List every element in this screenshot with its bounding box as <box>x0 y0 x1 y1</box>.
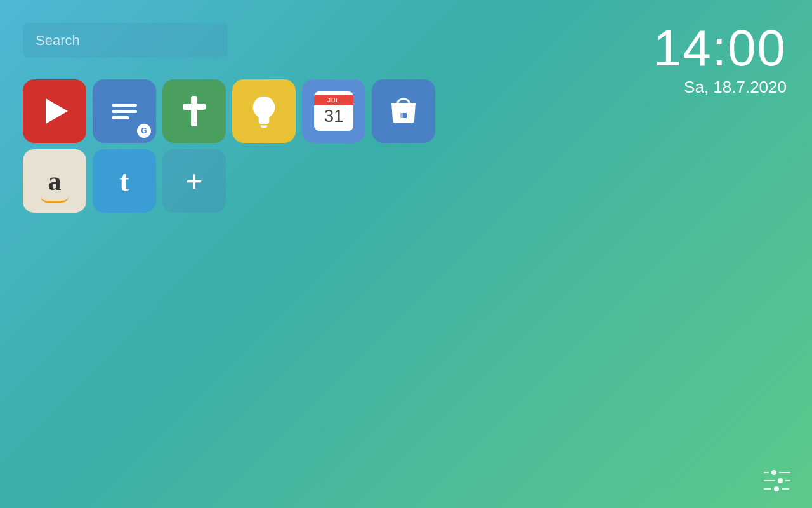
slider-line <box>785 480 790 481</box>
youtube-play-icon <box>46 98 68 124</box>
slider-row-2 <box>764 478 790 483</box>
calendar-day: 31 <box>324 105 343 127</box>
bitbucket-icon <box>386 94 421 128</box>
clock-area: 14:00 Sa, 18.7.2020 <box>653 23 787 97</box>
search-input[interactable] <box>23 23 228 58</box>
settings-button[interactable] <box>760 466 794 495</box>
app-grid: G JUL 31 a <box>23 79 435 213</box>
add-icon: + <box>186 166 203 196</box>
slider-line <box>782 488 789 490</box>
app-tumblr[interactable]: t <box>93 149 156 213</box>
slider-knob <box>778 478 783 483</box>
amazon-smile-icon <box>41 196 69 203</box>
app-keep[interactable] <box>232 79 296 143</box>
clock-time: 14:00 <box>653 23 787 74</box>
slider-row-1 <box>764 470 790 475</box>
amazon-a-icon: a <box>48 166 62 196</box>
app-bitbucket[interactable] <box>372 79 435 143</box>
clock-date: Sa, 18.7.2020 <box>653 77 787 97</box>
slider-knob <box>771 470 776 475</box>
search-bar[interactable] <box>23 23 228 58</box>
app-faith[interactable] <box>162 79 226 143</box>
tumblr-t-icon: t <box>119 164 129 198</box>
app-calendar[interactable]: JUL 31 <box>302 79 365 143</box>
slider-line <box>779 472 790 473</box>
slider-line <box>764 472 769 473</box>
app-amazon[interactable]: a <box>23 149 86 213</box>
app-youtube[interactable] <box>23 79 86 143</box>
app-docs[interactable]: G <box>93 79 156 143</box>
slider-line <box>764 488 771 490</box>
google-badge: G <box>137 124 151 138</box>
lightbulb-icon <box>248 94 280 129</box>
slider-line <box>764 480 775 481</box>
docs-lines-icon <box>112 104 137 119</box>
slider-knob <box>774 486 779 491</box>
calendar-icon: JUL 31 <box>314 91 353 131</box>
app-add[interactable]: + <box>162 149 226 213</box>
slider-row-3 <box>764 486 790 491</box>
cross-icon <box>183 96 206 126</box>
